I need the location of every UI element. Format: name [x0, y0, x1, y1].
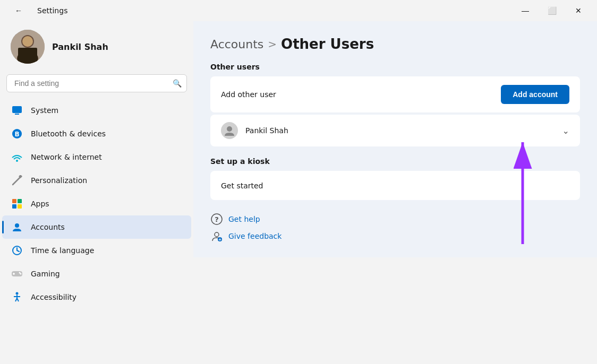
sidebar-item-apps[interactable]: Apps [2, 192, 191, 215]
sidebar-label-apps: Apps [31, 200, 49, 208]
system-icon [11, 104, 23, 117]
avatar [11, 30, 45, 64]
svg-rect-4 [18, 48, 37, 64]
user-profile[interactable]: Pankil Shah [0, 21, 193, 74]
svg-line-29 [17, 298, 19, 301]
svg-rect-15 [18, 204, 22, 209]
main-wrapper: Accounts > Other Users Other users Add o… [193, 21, 597, 364]
give-feedback-link[interactable]: + Give feedback [210, 230, 580, 242]
user-name: Pankil Shah [52, 42, 108, 52]
svg-point-33 [215, 232, 219, 237]
svg-rect-5 [12, 106, 22, 113]
sidebar-label-gaming: Gaming [31, 270, 60, 278]
sidebar-label-accessibility: Accessibility [31, 293, 76, 301]
app-body: Pankil Shah 🔍 System B Bluetooth & devic… [0, 21, 597, 364]
kiosk-section-label: Set up a kiosk [210, 157, 580, 166]
time-icon [11, 244, 23, 257]
title-bar: ← Settings — ⬜ ✕ [0, 0, 597, 21]
search-box: 🔍 [6, 74, 187, 92]
title-bar-controls: — ⬜ ✕ [513, 2, 591, 19]
svg-text:B: B [14, 131, 19, 138]
svg-rect-14 [12, 204, 16, 209]
svg-text:?: ? [215, 215, 219, 223]
svg-point-9 [16, 160, 18, 162]
kiosk-card[interactable]: Get started [210, 171, 580, 200]
breadcrumb-current: Other Users [281, 36, 374, 52]
existing-users-card: Pankil Shah ⌄ [210, 115, 580, 146]
nav-list: System B Bluetooth & devices Network & i… [0, 99, 193, 309]
personalization-icon [11, 174, 23, 187]
user-row-avatar [221, 122, 238, 139]
svg-point-30 [227, 126, 232, 132]
get-help-link[interactable]: ? Get help [210, 213, 580, 226]
app-title: Settings [37, 6, 67, 15]
svg-rect-13 [18, 199, 22, 203]
kiosk-section: Set up a kiosk Get started [210, 157, 580, 200]
minimize-button[interactable]: — [513, 2, 538, 19]
sidebar-item-bluetooth[interactable]: B Bluetooth & devices [2, 122, 191, 145]
svg-point-16 [15, 223, 19, 228]
network-icon [11, 151, 23, 163]
title-bar-left: ← Settings [6, 2, 67, 19]
search-icon: 🔍 [173, 79, 182, 88]
sidebar-label-network: Network & internet [31, 153, 102, 161]
chevron-down-icon: ⌄ [562, 126, 569, 136]
other-users-section-label: Other users [210, 63, 580, 71]
sidebar-label-personalization: Personalization [31, 176, 87, 185]
svg-rect-12 [12, 199, 16, 203]
accounts-icon [11, 221, 23, 233]
maximize-button[interactable]: ⬜ [540, 2, 564, 19]
sidebar-label-time: Time & language [31, 246, 94, 255]
sidebar-item-accounts[interactable]: Accounts [2, 215, 191, 239]
svg-line-19 [17, 250, 19, 252]
sidebar-item-accessibility[interactable]: Accessibility [2, 285, 191, 309]
footer-links: ? Get help + Give feedback [210, 213, 580, 242]
kiosk-get-started: Get started [221, 181, 263, 190]
sidebar-item-personalization[interactable]: Personalization [2, 169, 191, 192]
breadcrumb-parent[interactable]: Accounts [210, 38, 263, 51]
breadcrumb: Accounts > Other Users [210, 36, 580, 52]
give-feedback-icon: + [210, 230, 223, 242]
user-row-pankil[interactable]: Pankil Shah ⌄ [210, 115, 580, 146]
sidebar-label-system: System [31, 106, 58, 115]
svg-point-24 [20, 273, 22, 275]
svg-rect-6 [15, 114, 19, 115]
back-button[interactable]: ← [6, 2, 31, 19]
svg-point-25 [16, 292, 19, 295]
get-help-icon: ? [210, 213, 223, 226]
add-other-user-row: Add other user Add account [210, 76, 580, 112]
breadcrumb-separator: > [268, 38, 277, 50]
bluetooth-icon: B [11, 127, 23, 140]
add-account-button[interactable]: Add account [501, 85, 569, 104]
svg-text:+: + [218, 237, 222, 242]
main-content: Accounts > Other Users Other users Add o… [193, 21, 597, 257]
user-row-name: Pankil Shah [245, 126, 555, 135]
sidebar-item-gaming[interactable]: Gaming [2, 262, 191, 285]
sidebar-label-bluetooth: Bluetooth & devices [31, 129, 106, 138]
get-help-label: Get help [228, 215, 260, 223]
svg-rect-22 [13, 273, 15, 274]
give-feedback-label: Give feedback [228, 232, 282, 240]
apps-icon [11, 197, 23, 210]
accessibility-icon [11, 291, 23, 304]
sidebar: Pankil Shah 🔍 System B Bluetooth & devic… [0, 21, 193, 364]
sidebar-item-time[interactable]: Time & language [2, 239, 191, 262]
other-users-card: Add other user Add account [210, 76, 580, 112]
close-button[interactable]: ✕ [566, 2, 591, 19]
svg-point-3 [22, 36, 33, 47]
sidebar-item-network[interactable]: Network & internet [2, 145, 191, 169]
gaming-icon [11, 267, 23, 280]
sidebar-label-accounts: Accounts [31, 223, 65, 231]
search-input[interactable] [6, 74, 187, 92]
add-other-user-label: Add other user [221, 90, 276, 99]
sidebar-item-system[interactable]: System [2, 99, 191, 122]
